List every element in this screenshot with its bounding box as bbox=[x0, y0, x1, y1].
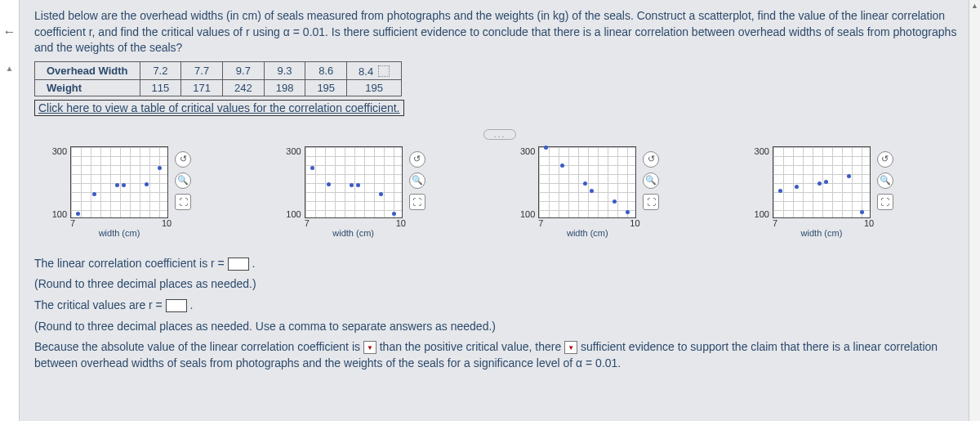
y-tick: 100 bbox=[510, 209, 535, 219]
cell: 9.7 bbox=[222, 61, 264, 79]
x-axis-label: width (cm) bbox=[538, 228, 636, 238]
scatter-option-3[interactable]: 300100710width (cm)↺🔍⛶ bbox=[510, 146, 723, 244]
comparison-dropdown[interactable]: ▼ bbox=[363, 341, 376, 354]
reset-icon[interactable]: ↺ bbox=[175, 151, 191, 168]
expand-icon[interactable]: ⛶ bbox=[877, 194, 893, 210]
cell: 198 bbox=[264, 79, 305, 96]
cell: 7.2 bbox=[140, 61, 181, 79]
scroll-up-arrow[interactable]: ▲ bbox=[971, 2, 978, 10]
x-tick: 10 bbox=[864, 218, 874, 228]
data-table: Overhead Width 7.2 7.7 9.7 9.3 8.6 8.4 W… bbox=[34, 61, 402, 96]
scatter-option-2[interactable]: 300100710width (cm)↺🔍⛶ bbox=[277, 146, 489, 244]
chart-canvas bbox=[305, 146, 403, 218]
cell: 8.4 bbox=[347, 61, 402, 79]
q2-label: The critical values are r = bbox=[34, 298, 166, 311]
q1-label: The linear correlation coefficient is r … bbox=[34, 257, 228, 270]
reset-icon[interactable]: ↺ bbox=[409, 151, 425, 168]
q2-hint: (Round to three decimal places as needed… bbox=[34, 319, 965, 335]
reset-icon[interactable]: ↺ bbox=[877, 151, 893, 168]
chart-canvas bbox=[70, 146, 168, 218]
x-axis-label: width (cm) bbox=[773, 228, 871, 238]
y-tick: 300 bbox=[42, 146, 67, 156]
critical-values-input[interactable] bbox=[166, 299, 187, 312]
chart-canvas bbox=[538, 146, 636, 218]
y-tick: 300 bbox=[510, 146, 535, 156]
y-tick: 300 bbox=[277, 146, 301, 156]
y-tick: 100 bbox=[745, 209, 769, 219]
left-toolbar: ← ▲ bbox=[0, 0, 20, 421]
cell: 171 bbox=[181, 79, 223, 96]
q1-post: . bbox=[252, 257, 256, 270]
chart-toolbar: ↺🔍⛶ bbox=[643, 151, 659, 210]
x-axis-label: width (cm) bbox=[305, 228, 403, 238]
x-axis-label: width (cm) bbox=[70, 228, 168, 238]
cell: 9.3 bbox=[264, 61, 305, 79]
x-tick: 7 bbox=[305, 218, 310, 228]
scatterplot-options: 300100710width (cm)↺🔍⛶300100710width (cm… bbox=[34, 146, 965, 244]
reset-icon[interactable]: ↺ bbox=[643, 151, 659, 168]
q3-a: Because the absolute value of the linear… bbox=[34, 340, 360, 353]
expand-icon[interactable]: ⛶ bbox=[175, 194, 191, 210]
cell: 242 bbox=[222, 79, 264, 96]
q2-post: . bbox=[190, 298, 194, 311]
zoom-icon[interactable]: 🔍 bbox=[643, 172, 659, 189]
row-label-width: Overhead Width bbox=[35, 61, 140, 79]
y-tick: 100 bbox=[277, 209, 301, 219]
zoom-icon[interactable]: 🔍 bbox=[877, 172, 893, 189]
chart-toolbar: ↺🔍⛶ bbox=[175, 151, 191, 210]
table-row: Weight 115 171 242 198 195 195 bbox=[35, 79, 402, 96]
q3-b: than the positive critical value, there bbox=[380, 340, 562, 353]
x-tick: 7 bbox=[773, 218, 777, 228]
expand-icon[interactable]: ⛶ bbox=[409, 194, 425, 210]
chart-toolbar: ↺🔍⛶ bbox=[877, 151, 893, 210]
cell: 8.6 bbox=[305, 61, 347, 79]
x-tick: 7 bbox=[70, 218, 75, 228]
back-arrow-icon[interactable]: ← bbox=[3, 25, 16, 39]
q1-hint: (Round to three decimal places as needed… bbox=[34, 276, 965, 293]
table-row: Overhead Width 7.2 7.7 9.7 9.3 8.6 8.4 bbox=[35, 61, 402, 79]
row-label-weight: Weight bbox=[35, 79, 140, 96]
scatter-option-4[interactable]: 300100710width (cm)↺🔍⛶ bbox=[745, 146, 957, 244]
critical-values-link[interactable]: Click here to view a table of critical v… bbox=[34, 100, 404, 116]
x-tick: 10 bbox=[630, 218, 639, 228]
zoom-icon[interactable]: 🔍 bbox=[175, 172, 191, 189]
scroll-up-icon[interactable]: ▲ bbox=[6, 64, 14, 73]
expand-icon[interactable]: ⛶ bbox=[643, 194, 659, 210]
section-divider: ... bbox=[483, 129, 516, 140]
zoom-icon[interactable]: 🔍 bbox=[409, 172, 425, 189]
y-tick: 300 bbox=[745, 146, 769, 156]
chevron-down-icon: ▼ bbox=[568, 343, 574, 352]
cell: 195 bbox=[347, 79, 402, 96]
y-tick: 100 bbox=[42, 209, 67, 219]
copy-icon[interactable] bbox=[378, 65, 390, 77]
r-value-input[interactable] bbox=[228, 258, 249, 271]
cell: 195 bbox=[305, 79, 347, 96]
chart-canvas bbox=[773, 146, 871, 218]
x-tick: 7 bbox=[538, 218, 543, 228]
right-scrollbar[interactable]: ▲ bbox=[969, 0, 980, 421]
scatter-option-1[interactable]: 300100710width (cm)↺🔍⛶ bbox=[42, 146, 255, 244]
question-prompt: Listed below are the overhead widths (in… bbox=[34, 8, 965, 56]
cell: 7.7 bbox=[181, 61, 223, 79]
chevron-down-icon: ▼ bbox=[367, 343, 373, 352]
answer-section: The linear correlation coefficient is r … bbox=[34, 256, 965, 372]
chart-toolbar: ↺🔍⛶ bbox=[409, 151, 425, 210]
x-tick: 10 bbox=[396, 218, 406, 228]
cell: 115 bbox=[140, 79, 181, 96]
x-tick: 10 bbox=[162, 218, 172, 228]
question-panel: Listed below are the overhead widths (in… bbox=[20, 0, 980, 371]
conclusion-dropdown[interactable]: ▼ bbox=[564, 341, 577, 354]
